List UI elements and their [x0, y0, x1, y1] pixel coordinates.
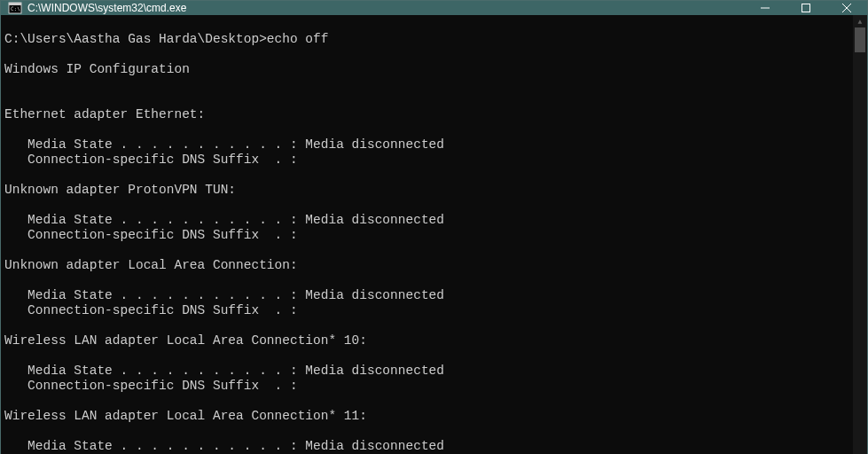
terminal-output[interactable]: C:\Users\Aastha Gas Harda\Desktop>echo o…	[1, 15, 853, 454]
close-icon	[842, 4, 851, 12]
svg-rect-4	[802, 4, 810, 12]
minimize-button[interactable]	[745, 1, 786, 15]
minimize-icon	[761, 4, 770, 12]
scrollbar-arrow-up-icon[interactable]: ▲	[853, 15, 867, 27]
scrollbar-thumb[interactable]	[855, 27, 865, 52]
maximize-button[interactable]	[786, 1, 826, 15]
maximize-icon	[802, 4, 810, 12]
close-button[interactable]	[826, 1, 867, 15]
cmd-window: C:\ C:\WINDOWS\system32\cmd.exe	[0, 0, 868, 454]
window-title: C:\WINDOWS\system32\cmd.exe	[27, 2, 745, 14]
titlebar[interactable]: C:\ C:\WINDOWS\system32\cmd.exe	[1, 1, 867, 15]
vertical-scrollbar[interactable]: ▲ ▼	[853, 15, 867, 454]
cmd-icon: C:\	[8, 1, 22, 15]
window-controls	[745, 1, 867, 15]
svg-text:C:\: C:\	[11, 5, 20, 12]
terminal-area: C:\Users\Aastha Gas Harda\Desktop>echo o…	[1, 15, 867, 454]
